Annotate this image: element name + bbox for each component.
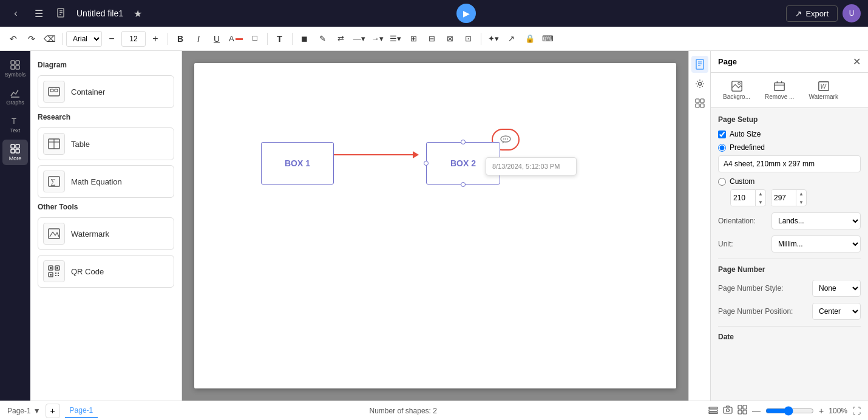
sidebar-item-symbols[interactable]: Symbols: [2, 56, 28, 81]
tool-item-container[interactable]: Container: [38, 75, 174, 108]
layout4-button[interactable]: ⊡: [460, 30, 477, 47]
export-img-button[interactable]: ↗: [503, 30, 520, 47]
rfloat-page-icon[interactable]: [691, 56, 708, 73]
export-icon: ↗: [795, 9, 802, 18]
page-tab-selector[interactable]: Page-1 ▼: [7, 407, 41, 415]
zoom-slider[interactable]: [765, 406, 814, 416]
svg-rect-48: [700, 99, 704, 103]
bold-button[interactable]: B: [172, 30, 189, 47]
tool-item-math[interactable]: ∑ Math Equation: [38, 165, 174, 198]
layout2-button[interactable]: ⊟: [424, 30, 441, 47]
camera-icon[interactable]: [723, 405, 733, 416]
svg-rect-35: [55, 275, 56, 276]
play-button[interactable]: ▶: [456, 4, 476, 23]
height-down[interactable]: ▼: [796, 198, 806, 206]
redo-button[interactable]: ↷: [23, 30, 40, 47]
auto-size-checkbox[interactable]: [718, 130, 726, 138]
height-input[interactable]: [771, 190, 796, 206]
zoom-in-icon[interactable]: +: [819, 406, 824, 416]
highlight-button[interactable]: ☐: [246, 30, 263, 47]
width-down[interactable]: ▼: [756, 198, 765, 206]
arrow-connector[interactable]: [334, 151, 419, 158]
shape-action-button[interactable]: ✦▾: [485, 30, 502, 47]
rfloat-settings-icon[interactable]: [691, 75, 708, 92]
width-input[interactable]: [731, 190, 755, 206]
box2-label: BOX 2: [450, 158, 476, 168]
svg-rect-4: [11, 61, 15, 64]
predefined-radio[interactable]: [718, 144, 726, 152]
font-size-increase[interactable]: +: [147, 30, 164, 47]
file-icon[interactable]: [53, 5, 70, 22]
right-panel-content: Page Setup Auto Size Predefined Custom ▲: [711, 108, 868, 401]
width-up[interactable]: ▲: [756, 189, 765, 198]
canvas-inner[interactable]: BOX 1 BOX 2: [194, 63, 676, 388]
height-spinner: ▲ ▼: [796, 189, 806, 206]
page-number-position-select[interactable]: Center Left Right: [812, 303, 861, 320]
tooltip-date: 8/13/2024, 5:12:03 PM: [492, 163, 570, 170]
add-page-button[interactable]: +: [46, 404, 60, 418]
handle-bottom-center[interactable]: [461, 182, 466, 187]
topbar: ‹ ☰ Untitled file1 ★ ▶ ↗ Export U: [0, 0, 868, 27]
export-button[interactable]: ↗ Export: [786, 5, 838, 22]
tool-item-table[interactable]: Table: [38, 127, 174, 160]
menu-icon[interactable]: ☰: [30, 5, 47, 22]
container-label: Container: [71, 87, 105, 97]
right-panel-close[interactable]: ✕: [853, 56, 861, 67]
zoom-out-icon[interactable]: —: [752, 406, 761, 416]
back-icon[interactable]: ‹: [7, 5, 24, 22]
font-size-decrease[interactable]: −: [103, 30, 120, 47]
svg-rect-62: [724, 407, 732, 413]
tool-item-qrcode[interactable]: QR Code: [38, 255, 174, 288]
tool-item-watermark[interactable]: Watermark: [38, 217, 174, 250]
right-panel-tabs: Backgro... Remove ... W Watermark: [711, 73, 868, 108]
height-up[interactable]: ▲: [796, 189, 806, 198]
handle-top-center[interactable]: [461, 140, 466, 144]
font-selector[interactable]: Arial: [66, 31, 102, 47]
undo-button[interactable]: ↶: [5, 30, 22, 47]
diagram-section-title: Diagram: [38, 61, 174, 69]
divider-1: [718, 259, 861, 259]
width-input-wrapper: ▲ ▼: [730, 189, 766, 206]
orientation-select[interactable]: Lands... Portrait: [771, 212, 861, 229]
unit-select[interactable]: Millim... Inches Pixels: [771, 235, 861, 252]
view-icon[interactable]: [737, 405, 747, 416]
layout1-button[interactable]: ⊞: [405, 30, 422, 47]
page-tab-label: Page-1: [7, 407, 31, 415]
layout3-button[interactable]: ⊠: [442, 30, 459, 47]
clear-format-button[interactable]: ⌫: [41, 30, 58, 47]
page-number-style-select[interactable]: None 1, 2, 3: [812, 280, 861, 297]
fullscreen-icon[interactable]: ⛶: [852, 406, 861, 416]
line-end-button[interactable]: →▾: [369, 30, 386, 47]
container-icon: [43, 81, 65, 103]
font-size-input[interactable]: [121, 31, 146, 47]
align-button[interactable]: ☰▾: [387, 30, 404, 47]
sidebar-item-text[interactable]: T Text: [2, 112, 28, 137]
italic-button[interactable]: I: [190, 30, 207, 47]
lock-toolbar-button[interactable]: 🔒: [521, 30, 538, 47]
shortcut-button[interactable]: ⌨: [540, 30, 557, 47]
predefined-value-input[interactable]: [718, 155, 861, 172]
text-color-button[interactable]: A: [226, 30, 245, 47]
layers-icon[interactable]: [708, 405, 718, 416]
underline-button[interactable]: U: [208, 30, 225, 47]
text-big-button[interactable]: T: [271, 30, 288, 47]
star-icon[interactable]: ★: [129, 5, 146, 22]
tab-remove-label: Remove ...: [765, 93, 794, 100]
tab-remove[interactable]: Remove ...: [760, 78, 799, 103]
box1[interactable]: BOX 1: [261, 142, 334, 185]
sidebar-item-graphs[interactable]: Graphs: [2, 84, 28, 109]
stroke-color-button[interactable]: ✎: [314, 30, 331, 47]
avatar[interactable]: U: [843, 4, 861, 22]
custom-radio[interactable]: [718, 178, 726, 186]
sidebar-item-more[interactable]: More: [2, 140, 28, 165]
handle-left-center[interactable]: [424, 161, 429, 166]
line-style-button[interactable]: —▾: [351, 30, 368, 47]
canvas-area[interactable]: BOX 1 BOX 2: [182, 51, 688, 401]
current-page-tab[interactable]: Page-1: [65, 404, 98, 418]
topbar-left: ‹ ☰ Untitled file1 ★: [7, 5, 146, 22]
rfloat-grid-icon[interactable]: [691, 95, 708, 112]
tab-background[interactable]: Backgro...: [718, 78, 755, 103]
tab-watermark[interactable]: W Watermark: [804, 78, 843, 103]
connection-button[interactable]: ⇄: [333, 30, 350, 47]
fill-color-button[interactable]: ◼: [296, 30, 313, 47]
